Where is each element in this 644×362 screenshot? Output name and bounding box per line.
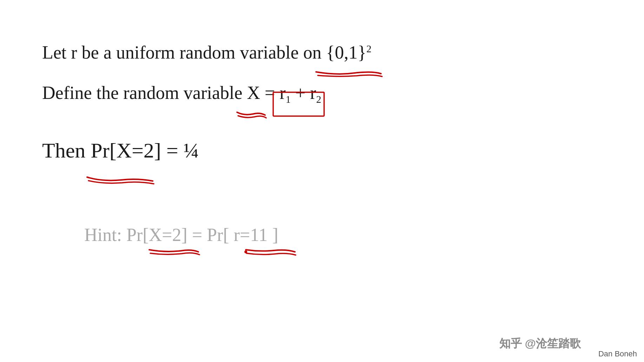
author-text: Dan Boneh bbox=[598, 349, 637, 358]
watermark-text: 知乎 @沧笙踏歌 bbox=[499, 336, 581, 351]
hint-text: Hint: Pr[X=2] = Pr[ r=11 ] bbox=[84, 224, 278, 245]
slide-content: Let r be a uniform random variable on {0… bbox=[0, 0, 644, 362]
line2-main: Define the random variable X = r1 + r2 bbox=[42, 83, 321, 103]
line1-main: Let r be a uniform random variable on {0… bbox=[42, 42, 367, 62]
then-label: Then Pr[X=2] = ¼ bbox=[42, 139, 199, 162]
line1-superscript: 2 bbox=[367, 43, 372, 54]
line3-text: Then Pr[X=2] = ¼ bbox=[42, 139, 199, 163]
hint-content: Hint: Pr[X=2] = Pr[ r=11 ] bbox=[84, 225, 278, 245]
svg-point-1 bbox=[244, 250, 247, 253]
line2-text: Define the random variable X = r1 + r2 bbox=[42, 82, 321, 105]
line1-text: Let r be a uniform random variable on {0… bbox=[42, 42, 372, 63]
